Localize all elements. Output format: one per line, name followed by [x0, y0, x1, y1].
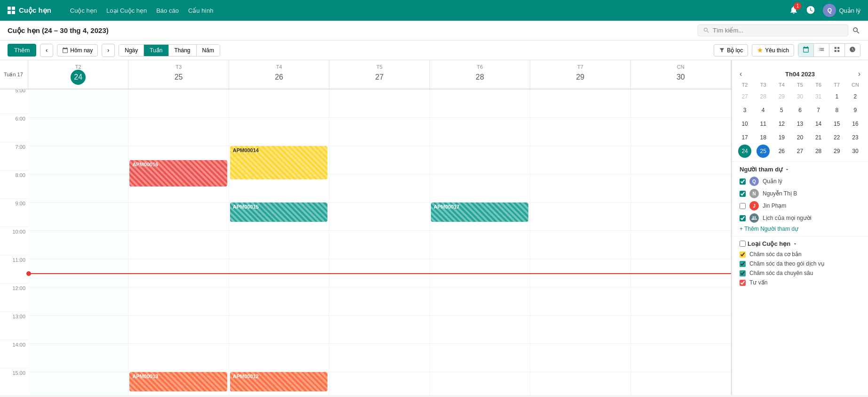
- add-participant-link[interactable]: + Thêm Người tham dự: [740, 226, 860, 232]
- loai-checkbox[interactable]: [740, 280, 746, 286]
- time-cell-0-0[interactable]: [28, 89, 128, 118]
- mini-cal-day[interactable]: 13: [793, 117, 806, 130]
- time-cell-9-6[interactable]: [631, 344, 731, 372]
- time-cell-7-3[interactable]: [329, 287, 430, 316]
- time-cell-1-0[interactable]: [28, 118, 128, 146]
- mini-cal-day[interactable]: 24: [738, 145, 751, 158]
- time-cell-2-2[interactable]: [229, 146, 329, 174]
- time-cell-9-4[interactable]: [430, 344, 530, 372]
- time-cell-1-5[interactable]: [530, 118, 630, 146]
- participants-title[interactable]: Người tham dự: [740, 166, 860, 173]
- loai-all-checkbox[interactable]: [740, 241, 746, 247]
- mini-cal-day[interactable]: 2: [849, 90, 862, 103]
- time-cell-4-1[interactable]: [128, 203, 229, 231]
- time-cell-2-6[interactable]: [631, 146, 731, 174]
- mini-cal-day[interactable]: 10: [738, 117, 751, 130]
- time-cell-10-4[interactable]: [430, 372, 530, 395]
- mini-cal-day[interactable]: 29: [775, 90, 788, 103]
- time-cell-10-0[interactable]: [28, 372, 128, 395]
- time-cell-2-4[interactable]: [430, 146, 530, 174]
- time-cell-8-3[interactable]: [329, 316, 430, 344]
- mini-cal-day[interactable]: 1: [830, 90, 844, 103]
- mini-cal-day[interactable]: 25: [757, 145, 770, 158]
- mini-cal-day[interactable]: 3: [738, 104, 751, 117]
- time-cell-7-4[interactable]: [430, 287, 530, 316]
- mini-cal-day[interactable]: 19: [775, 131, 788, 144]
- time-cell-9-5[interactable]: [530, 344, 630, 372]
- time-cell-7-6[interactable]: [631, 287, 731, 316]
- time-cell-0-1[interactable]: [128, 89, 229, 118]
- time-cell-2-1[interactable]: [128, 146, 229, 174]
- yeu-thich-button[interactable]: Yêu thích: [752, 44, 794, 57]
- mini-cal-day[interactable]: 28: [812, 145, 825, 158]
- time-cell-5-3[interactable]: [329, 231, 430, 259]
- loai-checkbox[interactable]: [740, 261, 746, 267]
- mini-cal-day[interactable]: 15: [830, 117, 844, 130]
- grid-view-button[interactable]: [829, 44, 845, 57]
- time-cell-8-0[interactable]: [28, 316, 128, 344]
- time-cell-8-5[interactable]: [530, 316, 630, 344]
- time-cell-8-2[interactable]: [229, 316, 329, 344]
- time-cell-0-2[interactable]: [229, 89, 329, 118]
- mini-cal-day[interactable]: 16: [849, 117, 862, 130]
- time-cell-5-6[interactable]: [631, 231, 731, 259]
- mini-cal-prev[interactable]: ‹: [740, 70, 742, 78]
- mini-cal-day[interactable]: 11: [757, 117, 770, 130]
- time-cell-3-5[interactable]: [530, 174, 630, 203]
- mini-cal-day[interactable]: 14: [812, 117, 825, 130]
- mini-cal-day[interactable]: 27: [793, 145, 806, 158]
- bo-loc-button[interactable]: Bộ lọc: [714, 44, 748, 57]
- time-cell-4-4[interactable]: [430, 203, 530, 231]
- time-cell-8-4[interactable]: [430, 316, 530, 344]
- time-cell-3-3[interactable]: [329, 174, 430, 203]
- time-cell-10-3[interactable]: [329, 372, 430, 395]
- mini-cal-day[interactable]: 31: [812, 90, 825, 103]
- time-cell-1-3[interactable]: [329, 118, 430, 146]
- time-cell-3-0[interactable]: [28, 174, 128, 203]
- mini-cal-day[interactable]: 22: [830, 131, 844, 144]
- them-button[interactable]: Thêm: [8, 44, 36, 57]
- time-cell-1-1[interactable]: [128, 118, 229, 146]
- loai-checkbox[interactable]: [740, 251, 746, 258]
- mini-cal-day[interactable]: 7: [812, 104, 825, 117]
- time-cell-1-2[interactable]: [229, 118, 329, 146]
- time-cell-5-1[interactable]: [128, 231, 229, 259]
- participant-checkbox[interactable]: [740, 215, 746, 221]
- time-cell-1-4[interactable]: [430, 118, 530, 146]
- time-cell-4-0[interactable]: [28, 203, 128, 231]
- participant-checkbox[interactable]: [740, 178, 746, 185]
- prev-button[interactable]: ‹: [40, 44, 53, 57]
- time-cell-9-1[interactable]: [128, 344, 229, 372]
- time-cell-0-5[interactable]: [530, 89, 630, 118]
- nav-loai-cuoc-hen[interactable]: Loại Cuộc hẹn: [106, 7, 147, 14]
- time-cell-2-3[interactable]: [329, 146, 430, 174]
- homay-button[interactable]: Hôm nay: [57, 44, 98, 57]
- mini-cal-day[interactable]: 12: [775, 117, 788, 130]
- nav-cuoc-hen[interactable]: Cuộc hẹn: [70, 7, 97, 14]
- mini-cal-day[interactable]: 9: [849, 104, 862, 117]
- time-cell-3-1[interactable]: [128, 174, 229, 203]
- time-cell-5-5[interactable]: [530, 231, 630, 259]
- mini-cal-day[interactable]: 27: [738, 90, 751, 103]
- time-cell-8-1[interactable]: [128, 316, 229, 344]
- list-view-button[interactable]: [814, 44, 829, 57]
- loai-title[interactable]: Loại Cuộc hẹn: [740, 240, 860, 247]
- mini-cal-next[interactable]: ›: [858, 70, 860, 78]
- mini-cal-day[interactable]: 23: [849, 131, 862, 144]
- time-cell-5-2[interactable]: [229, 231, 329, 259]
- time-cell-4-5[interactable]: [530, 203, 630, 231]
- nav-cau-hinh[interactable]: Cấu hình: [188, 7, 214, 14]
- mini-cal-day[interactable]: 5: [775, 104, 788, 117]
- time-cell-0-3[interactable]: [329, 89, 430, 118]
- mini-cal-day[interactable]: 21: [812, 131, 825, 144]
- time-cell-10-2[interactable]: [229, 372, 329, 395]
- mini-cal-day[interactable]: 18: [757, 131, 770, 144]
- view-ngay[interactable]: Ngày: [119, 45, 144, 56]
- time-cell-10-5[interactable]: [530, 372, 630, 395]
- time-cell-3-4[interactable]: [430, 174, 530, 203]
- time-cell-4-6[interactable]: [631, 203, 731, 231]
- time-cell-5-4[interactable]: [430, 231, 530, 259]
- time-cell-8-6[interactable]: [631, 316, 731, 344]
- mini-cal-day[interactable]: 4: [757, 104, 770, 117]
- time-cell-10-1[interactable]: [128, 372, 229, 395]
